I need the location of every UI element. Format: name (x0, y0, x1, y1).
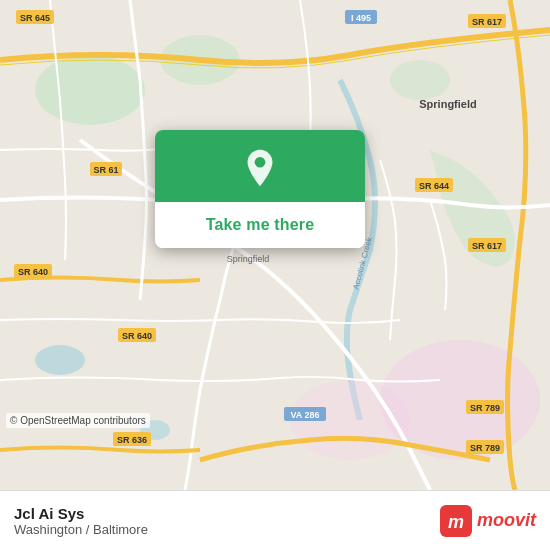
moovit-icon: m (440, 505, 472, 537)
svg-text:SR 645: SR 645 (20, 13, 50, 23)
location-pin-icon (240, 148, 280, 188)
bottom-bar: Jcl Ai Sys Washington / Baltimore m moov… (0, 490, 550, 550)
svg-text:SR 61: SR 61 (93, 165, 118, 175)
svg-text:SR 789: SR 789 (470, 443, 500, 453)
location-sub: Washington / Baltimore (14, 522, 148, 537)
location-popup: Take me there (155, 130, 365, 248)
location-info: Jcl Ai Sys Washington / Baltimore (14, 505, 148, 537)
svg-text:Springfield: Springfield (419, 98, 476, 110)
svg-point-6 (35, 345, 85, 375)
svg-text:m: m (448, 512, 464, 532)
map-view: SR 645 I 495 SR 617 SR 617 SR 644 SR 640… (0, 0, 550, 490)
map-attribution: © OpenStreetMap contributors (6, 413, 150, 428)
svg-text:SR 617: SR 617 (472, 241, 502, 251)
svg-text:SR 636: SR 636 (117, 435, 147, 445)
svg-text:SR 640: SR 640 (122, 331, 152, 341)
svg-text:SR 644: SR 644 (419, 181, 449, 191)
svg-point-1 (35, 55, 145, 125)
svg-text:VA 286: VA 286 (290, 410, 319, 420)
svg-text:Springfield: Springfield (227, 254, 270, 264)
location-name: Jcl Ai Sys (14, 505, 148, 522)
popup-header (155, 130, 365, 202)
take-me-there-button[interactable]: Take me there (155, 202, 365, 248)
svg-text:SR 789: SR 789 (470, 403, 500, 413)
moovit-logo: m moovit (440, 505, 536, 537)
svg-text:SR 617: SR 617 (472, 17, 502, 27)
svg-text:I 495: I 495 (351, 13, 371, 23)
svg-text:SR 640: SR 640 (18, 267, 48, 277)
moovit-brand-text: moovit (477, 510, 536, 531)
svg-point-35 (255, 157, 266, 168)
svg-point-3 (390, 60, 450, 100)
